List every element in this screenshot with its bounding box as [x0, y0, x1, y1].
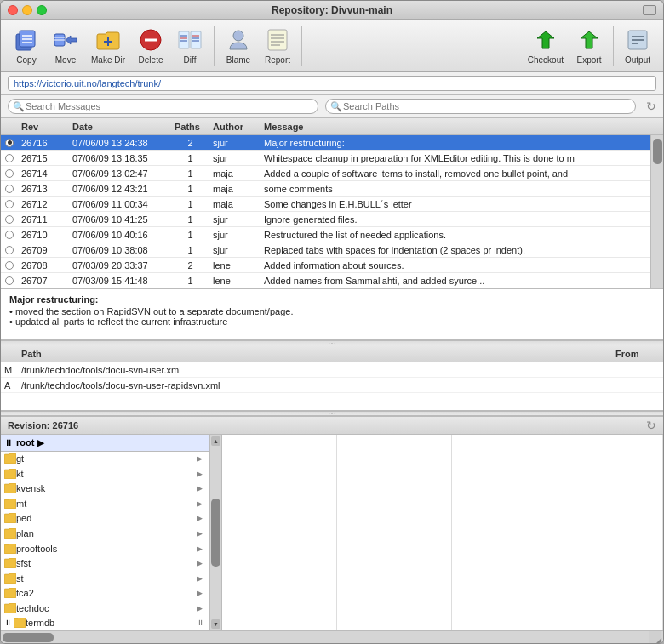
maximize-button[interactable]: [37, 5, 47, 15]
table-row[interactable]: 26714 07/06/09 13:02:47 1 maja Added a c…: [1, 166, 650, 181]
makedir-button[interactable]: Make Dir: [86, 23, 130, 68]
list-item[interactable]: gt ▶: [1, 452, 209, 467]
search-bar: 🔍 🔍 ↻: [1, 95, 663, 118]
export-icon: [575, 26, 603, 54]
cell-date: 07/06/09 11:00:34: [69, 199, 171, 209]
horizontal-scrollbar[interactable]: ◢: [1, 630, 663, 643]
list-item[interactable]: kvensk ▶: [1, 482, 209, 497]
refresh-button[interactable]: ↻: [646, 100, 656, 113]
search-paths-wrap: 🔍: [325, 99, 636, 114]
toolbar-separator-3: [613, 26, 614, 66]
copy-label: Copy: [16, 55, 36, 65]
tree-scrollbar-1[interactable]: ▲ ▼: [209, 435, 222, 630]
address-bar: [1, 72, 663, 95]
delete-button[interactable]: Delete: [132, 23, 169, 68]
radio: [5, 231, 14, 239]
table-row[interactable]: 26713 07/06/09 12:43:21 1 maja some comm…: [1, 181, 650, 197]
cell-author: sjur: [209, 245, 260, 255]
search-paths-input[interactable]: [325, 99, 636, 114]
list-item[interactable]: tca2 ▶: [1, 585, 209, 601]
title-bar: Repository: Divvun-main: [1, 1, 663, 20]
scroll-thumb[interactable]: [653, 139, 662, 164]
col-header-from: From: [612, 349, 663, 359]
address-input[interactable]: [8, 76, 656, 91]
search-messages-input[interactable]: [8, 99, 318, 114]
close-button[interactable]: [8, 5, 18, 15]
output-button[interactable]: Output: [619, 23, 656, 68]
file-tree: ⏸ root ▶ gt ▶ kt ▶ kvensk ▶ mt: [1, 435, 663, 630]
scroll-up-button[interactable]: ▲: [211, 436, 220, 446]
table-row[interactable]: 26715 07/06/09 13:18:35 1 sjur Whitespac…: [1, 151, 650, 166]
list-item[interactable]: kt ▶: [1, 466, 209, 482]
radio: [5, 215, 14, 224]
table-row[interactable]: 26711 07/06/09 10:41:25 1 sjur Ignore ge…: [1, 212, 650, 227]
list-item[interactable]: ped ▶: [1, 511, 209, 527]
scroll-down-button[interactable]: ▼: [211, 619, 220, 629]
hscroll-thumb[interactable]: [3, 633, 54, 642]
scroll-thumb-v[interactable]: [211, 499, 220, 567]
chevron-right-icon: ▶: [197, 544, 205, 553]
copy-button[interactable]: Copy: [8, 23, 45, 68]
root-item[interactable]: ⏸ root ▶: [1, 435, 209, 452]
folder-name: techdoc: [16, 603, 49, 613]
path-row[interactable]: M /trunk/techdoc/tools/docu-svn-user.xml: [1, 362, 663, 378]
checkout-label: Checkout: [528, 55, 564, 65]
paths-section: Path From M /trunk/techdoc/tools/docu-sv…: [1, 345, 663, 411]
cell-rev: 26709: [18, 245, 69, 255]
list-item[interactable]: st ▶: [1, 571, 209, 586]
folder-icon: [4, 513, 16, 523]
folder-name: prooftools: [16, 544, 57, 554]
table-row[interactable]: 26707 07/03/09 15:41:48 1 lene Added nam…: [1, 273, 650, 288]
cell-paths: 2: [171, 138, 209, 148]
folder-name: kvensk: [16, 483, 45, 493]
list-item[interactable]: sfst ▶: [1, 556, 209, 571]
cell-message: Ignore generated files.: [260, 214, 650, 225]
root-chevron: ▶: [37, 438, 44, 447]
col-header-author: Author: [209, 122, 260, 132]
main-window: Repository: Divvun-main Copy: [0, 0, 664, 644]
list-item[interactable]: plan ▶: [1, 526, 209, 541]
cell-message: Restructured the list of needed applicat…: [260, 230, 650, 240]
window-control[interactable]: [643, 5, 656, 15]
output-icon: [624, 26, 651, 54]
table-row[interactable]: 26712 07/06/09 11:00:34 1 maja Some chan…: [1, 197, 650, 212]
pause-indicator: ⏸: [4, 618, 12, 627]
table-row[interactable]: 26709 07/06/09 10:38:08 1 sjur Replaced …: [1, 242, 650, 258]
cell-date: 07/03/09 15:41:48: [69, 276, 171, 286]
checkout-button[interactable]: Checkout: [523, 23, 569, 68]
folder-icon: [4, 469, 16, 479]
revision-label: Revision: 26716: [8, 420, 646, 430]
cell-author: lene: [209, 276, 260, 286]
diff-button[interactable]: Diff: [171, 23, 209, 68]
chevron-right-icon: ▶: [197, 470, 205, 478]
table-row[interactable]: 26708 07/03/09 20:33:37 2 lene Added inf…: [1, 258, 650, 273]
commit-detail-line1: • moved the section on RapidSVN out to a…: [9, 306, 655, 316]
cell-author: sjur: [209, 214, 260, 225]
delete-label: Delete: [139, 55, 163, 65]
blame-button[interactable]: Blame: [220, 23, 257, 68]
list-item[interactable]: mt ▶: [1, 496, 209, 511]
list-item[interactable]: ⏸ termdb ⏸: [1, 616, 209, 630]
svg-rect-22: [268, 30, 287, 50]
table-row[interactable]: 26716 07/06/09 13:24:38 2 sjur Major res…: [1, 135, 650, 151]
makedir-icon: [94, 26, 122, 54]
commit-detail-line2: • updated all parts to reflect the curre…: [9, 316, 655, 327]
cell-date: 07/06/09 10:38:08: [69, 245, 171, 255]
export-button[interactable]: Export: [570, 23, 608, 68]
resize-corner[interactable]: ◢: [649, 631, 661, 644]
col-header-rev: Rev: [18, 122, 69, 132]
cell-message: Added information about sources.: [260, 260, 650, 271]
minimize-button[interactable]: [22, 5, 32, 15]
radio: [5, 200, 14, 208]
list-item[interactable]: techdoc ▶: [1, 601, 209, 616]
table-row[interactable]: 26710 07/06/09 10:40:16 1 sjur Restructu…: [1, 227, 650, 242]
commits-scrollbar[interactable]: [650, 135, 663, 288]
chevron-right-icon: ▶: [197, 559, 205, 567]
report-button[interactable]: Report: [259, 23, 296, 68]
path-row[interactable]: A /trunk/techdoc/tools/docu-svn-user-rap…: [1, 378, 663, 393]
revision-refresh-button[interactable]: ↻: [646, 419, 656, 432]
move-button[interactable]: Move: [47, 23, 84, 68]
radio: [5, 169, 14, 178]
list-item[interactable]: prooftools ▶: [1, 541, 209, 556]
col-header-date: Date: [69, 122, 171, 132]
